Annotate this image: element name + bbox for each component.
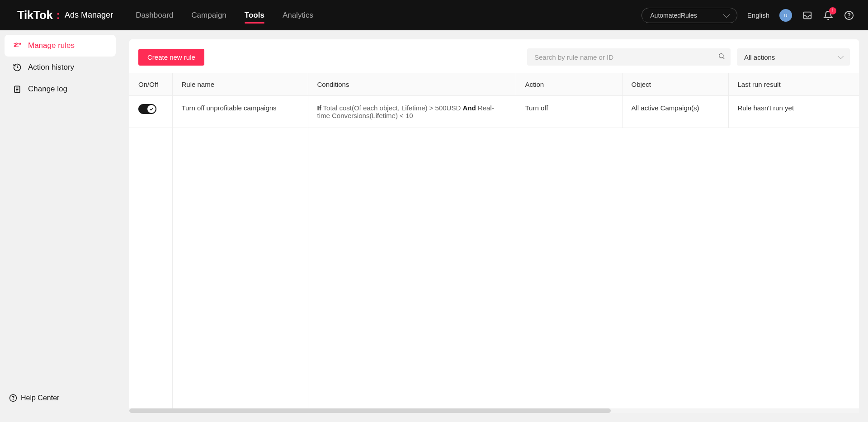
svg-point-2 (849, 17, 849, 18)
help-icon[interactable] (844, 10, 854, 21)
nav-tools[interactable]: Tools (245, 2, 264, 29)
nav-campaign[interactable]: Campaign (191, 2, 226, 29)
sidebar-item-label: Change log (28, 85, 67, 94)
rule-condition-cell: If Total cost(Of each object, Lifetime) … (308, 96, 516, 128)
svg-point-15 (719, 54, 723, 58)
rule-name-cell: Turn off unprofitable campaigns (172, 96, 308, 128)
top-nav: TikTok: Ads Manager Dashboard Campaign T… (0, 0, 868, 30)
header-right: AutomatedRules English u 1 (642, 8, 854, 23)
logo-subtext: Ads Manager (65, 10, 113, 20)
col-rule-name: Rule name (172, 73, 308, 96)
rules-table-wrap: On/Off Rule name Conditions Action Objec… (129, 73, 859, 413)
scroll-thumb[interactable] (129, 408, 611, 413)
notification-badge: 1 (829, 7, 836, 14)
check-icon (149, 106, 154, 112)
account-name: AutomatedRules (650, 12, 697, 19)
nav-analytics[interactable]: Analytics (283, 2, 313, 29)
rule-toggle[interactable] (138, 104, 156, 114)
search-input[interactable] (527, 48, 731, 66)
sidebar-item-action-history[interactable]: Action history (5, 57, 116, 78)
notifications-icon[interactable]: 1 (823, 10, 834, 21)
svg-point-5 (16, 43, 17, 44)
language-selector[interactable]: English (747, 11, 769, 19)
rule-action-cell: Turn off (516, 96, 622, 128)
help-circle-icon (9, 394, 17, 402)
rule-result-cell: Rule hasn't run yet (728, 96, 859, 128)
inbox-icon[interactable] (802, 10, 813, 21)
horizontal-scrollbar[interactable] (129, 408, 859, 413)
history-icon (13, 63, 22, 72)
avatar[interactable]: u (779, 9, 792, 22)
sliders-icon (13, 41, 22, 50)
main-nav: Dashboard Campaign Tools Analytics (136, 2, 313, 29)
col-object: Object (622, 73, 728, 96)
toolbar: Create new rule All actions (129, 39, 859, 73)
help-center-link[interactable]: Help Center (5, 389, 116, 407)
column-divider (308, 73, 308, 408)
svg-point-14 (13, 399, 14, 400)
nav-dashboard[interactable]: Dashboard (136, 2, 173, 29)
col-onoff: On/Off (129, 73, 172, 96)
rules-panel: Create new rule All actions (129, 39, 859, 413)
sidebar: Manage rules Action history Change log H… (0, 30, 120, 422)
sidebar-item-manage-rules[interactable]: Manage rules (5, 35, 116, 57)
rules-table: On/Off Rule name Conditions Action Objec… (129, 73, 859, 128)
search-icon[interactable] (718, 52, 725, 62)
logo-text: TikTok (17, 8, 52, 22)
rule-object-cell: All active Campaign(s) (622, 96, 728, 128)
account-selector[interactable]: AutomatedRules (642, 8, 737, 23)
filter-label: All actions (744, 53, 775, 61)
help-center-label: Help Center (21, 394, 59, 402)
clipboard-icon (13, 85, 22, 94)
action-filter-select[interactable]: All actions (737, 48, 850, 66)
col-conditions: Conditions (308, 73, 516, 96)
logo[interactable]: TikTok: Ads Manager (17, 8, 113, 22)
sidebar-item-label: Action history (28, 63, 74, 72)
col-action: Action (516, 73, 622, 96)
create-new-rule-button[interactable]: Create new rule (138, 49, 204, 66)
svg-point-6 (14, 45, 16, 47)
logo-colon-icon: : (56, 8, 60, 22)
sidebar-item-change-log[interactable]: Change log (5, 78, 116, 100)
table-row[interactable]: Turn off unprofitable campaigns If Total… (129, 96, 859, 128)
chevron-down-icon (838, 53, 844, 59)
chevron-down-icon (723, 11, 730, 17)
column-divider (172, 73, 173, 408)
main-content: Create new rule All actions (120, 30, 868, 422)
sidebar-item-label: Manage rules (28, 41, 75, 50)
svg-line-16 (723, 57, 724, 59)
search-box (527, 48, 731, 66)
col-last-run: Last run result (728, 73, 859, 96)
